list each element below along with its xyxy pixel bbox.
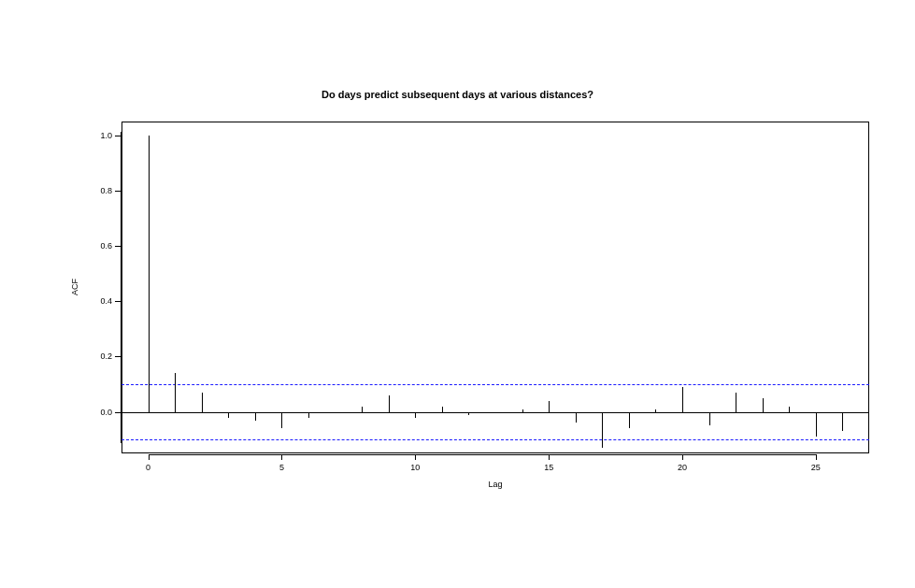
y-axis-label: ACF — [70, 279, 79, 295]
x-tick-label: 20 — [678, 463, 687, 472]
acf-bar — [842, 412, 843, 432]
y-tick-label: 0.4 — [92, 296, 112, 306]
acf-bar — [682, 387, 683, 412]
y-tick-label: 0.0 — [92, 408, 112, 417]
acf-bar — [816, 412, 817, 437]
y-tick — [115, 356, 121, 357]
acf-bar — [442, 407, 443, 412]
acf-bar — [255, 412, 256, 421]
acf-bar — [576, 412, 577, 423]
acf-bar — [228, 412, 229, 418]
x-tick — [281, 454, 282, 460]
acf-bar — [149, 136, 150, 412]
acf-bar — [495, 412, 496, 413]
y-tick-label: 1.0 — [92, 131, 112, 140]
y-axis — [121, 132, 122, 443]
acf-bar — [281, 412, 282, 429]
acf-bar — [415, 412, 416, 418]
acf-bar — [389, 395, 390, 412]
ci-lower-line — [122, 439, 869, 440]
x-axis-label: Lag — [488, 480, 502, 489]
acf-bar — [362, 407, 363, 412]
x-tick — [816, 454, 817, 460]
acf-bar — [522, 409, 523, 412]
x-tick-label: 0 — [146, 463, 150, 472]
y-tick — [115, 246, 121, 247]
chart-title: Do days predict subsequent days at vario… — [0, 89, 915, 100]
acf-bar — [549, 401, 550, 412]
x-axis — [149, 454, 816, 455]
x-tick — [149, 454, 150, 460]
acf-bar — [202, 393, 203, 412]
x-tick — [415, 454, 416, 460]
acf-figure: Do days predict subsequent days at vario… — [0, 0, 915, 588]
x-tick-label: 5 — [279, 463, 284, 472]
acf-bar — [709, 412, 710, 426]
y-tick-label: 0.2 — [92, 351, 112, 361]
acf-bar — [175, 373, 176, 411]
acf-bar — [602, 412, 603, 448]
x-tick-label: 25 — [811, 463, 821, 472]
y-tick — [115, 301, 121, 302]
acf-bar — [468, 412, 469, 415]
plot-area — [122, 122, 869, 453]
acf-bar — [308, 412, 309, 418]
x-tick-label: 10 — [410, 463, 420, 472]
y-tick — [115, 191, 121, 192]
y-tick — [115, 412, 121, 413]
acf-bar — [336, 412, 336, 413]
acf-bar — [655, 409, 656, 412]
ci-upper-line — [122, 384, 869, 385]
y-tick — [115, 136, 121, 136]
acf-bar — [736, 393, 736, 412]
acf-bar — [629, 412, 630, 429]
x-tick — [682, 454, 683, 460]
y-tick-label: 0.8 — [92, 186, 112, 195]
acf-bar — [789, 407, 790, 412]
acf-bar — [763, 398, 764, 412]
y-tick-label: 0.6 — [92, 241, 112, 251]
x-tick-label: 15 — [544, 463, 553, 472]
x-tick — [549, 454, 550, 460]
